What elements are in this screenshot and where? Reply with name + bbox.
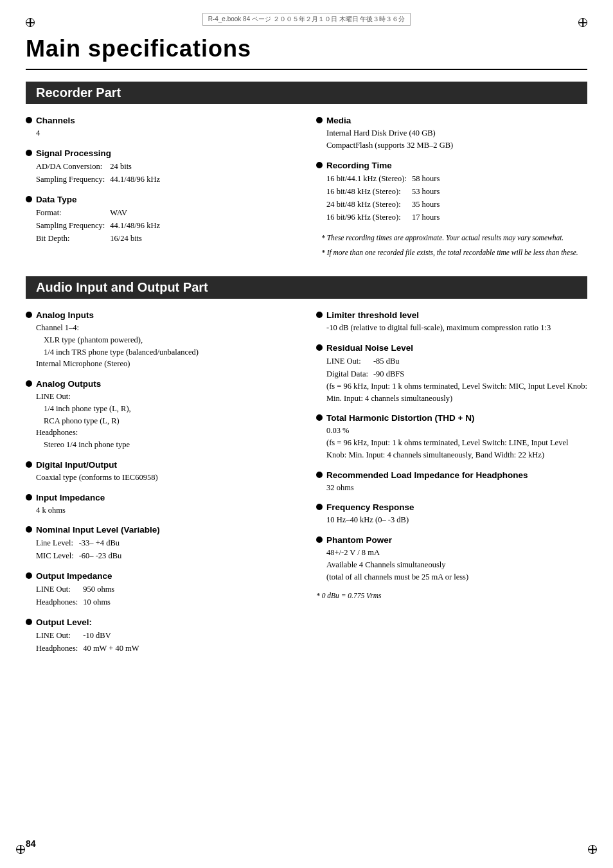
input-impedance-title: Input Impedance <box>26 493 297 502</box>
thd-title: Total Harmonic Distortion (THD + N) <box>316 413 587 423</box>
recording-time-table: 16 bit/44.1 kHz (Stereo):58 hours16 bit/… <box>326 172 587 224</box>
analog-outputs-item: Analog Outputs LINE Out: 1/4 inch phone … <box>26 379 297 451</box>
phantom-power-bullet <box>316 536 323 543</box>
residual-noise-bullet <box>316 344 323 351</box>
media-body: Internal Hard Disk Drive (40 GB) Compact… <box>316 127 587 152</box>
signal-processing-body: AD/DA Conversion: 24 bits Sampling Frequ… <box>26 160 297 186</box>
frequency-response-bullet <box>316 504 323 510</box>
limiter-threshold-title: Limiter threshold level <box>316 310 587 320</box>
recommended-load-item: Recommended Load Impedance for Headphone… <box>316 470 587 494</box>
input-impedance-item: Input Impedance 4 k ohms <box>26 493 297 517</box>
signal-processing-bullet <box>26 150 32 156</box>
signal-processing-table: AD/DA Conversion: 24 bits Sampling Frequ… <box>36 160 297 186</box>
residual-noise-title: Residual Noise Level <box>316 343 587 353</box>
digital-io-bullet <box>26 461 32 468</box>
data-type-bullet <box>26 196 32 202</box>
recorder-left-col: Channels 4 Signal Processing AD/DA Conve… <box>26 116 297 262</box>
recording-time-item: Recording Time 16 bit/44.1 kHz (Stereo):… <box>316 161 587 224</box>
recording-time-label: 16 bit/44.1 kHz (Stereo): <box>326 172 407 185</box>
recommended-load-bullet <box>316 472 323 478</box>
audio-two-col: Analog Inputs Channel 1–4: XLR type (pha… <box>26 310 587 664</box>
recording-time-label: 24 bit/48 kHz (Stereo): <box>326 198 407 211</box>
output-impedance-title: Output Impedance <box>26 571 297 581</box>
recording-time-label: 16 bit/48 kHz (Stereo): <box>326 185 407 198</box>
analog-outputs-bullet <box>26 380 32 387</box>
residual-noise-body: LINE Out: -85 dBu Digital Data: -90 dBFS… <box>316 355 587 405</box>
phantom-power-item: Phantom Power 48+/-2 V / 8 mA Available … <box>316 535 587 583</box>
phantom-power-title: Phantom Power <box>316 535 587 545</box>
input-impedance-body: 4 k ohms <box>26 504 297 517</box>
media-title: Media <box>316 116 587 125</box>
recording-time-value: 58 hours <box>412 172 587 185</box>
recorder-section: Recorder Part Channels 4 <box>26 82 587 262</box>
title-divider <box>26 69 587 70</box>
thd-item: Total Harmonic Distortion (THD + N) 0.03… <box>316 413 587 461</box>
recording-time-label: 16 bit/96 kHz (Stereo): <box>326 211 407 224</box>
frequency-response-title: Frequency Response <box>316 502 587 512</box>
audio-section-header: Audio Input and Output Part <box>26 276 587 299</box>
output-level-item: Output Level: LINE Out: -10 dBV Headphon… <box>26 617 297 655</box>
output-level-body: LINE Out: -10 dBV Headphones: 40 mW + 40… <box>26 629 297 655</box>
signal-processing-title: Signal Processing <box>26 148 297 158</box>
signal-processing-item: Signal Processing AD/DA Conversion: 24 b… <box>26 148 297 186</box>
digital-io-item: Digital Input/Output Coaxial type (confo… <box>26 460 297 484</box>
recording-time-body: 16 bit/44.1 kHz (Stereo):58 hours16 bit/… <box>316 172 587 224</box>
output-impedance-body: LINE Out: 950 ohms Headphones: 10 ohms <box>26 583 297 608</box>
recording-time-bullet <box>316 162 323 168</box>
analog-inputs-body: Channel 1–4: XLR type (phantom powered),… <box>26 322 297 370</box>
top-right-reg-mark <box>578 18 587 27</box>
main-title: Main specifications <box>26 35 587 62</box>
frequency-response-body: 10 Hz–40 kHz (0– -3 dB) <box>316 514 587 526</box>
data-type-item: Data Type Format: WAV Sampling Frequency… <box>26 195 297 245</box>
recorder-two-col: Channels 4 Signal Processing AD/DA Conve… <box>26 116 587 262</box>
analog-outputs-title: Analog Outputs <box>26 379 297 389</box>
digital-io-title: Digital Input/Output <box>26 460 297 470</box>
channels-title: Channels <box>26 116 297 125</box>
output-level-title: Output Level: <box>26 617 297 627</box>
analog-outputs-body: LINE Out: 1/4 inch phone type (L, R), RC… <box>26 391 297 451</box>
recording-time-title: Recording Time <box>316 161 587 170</box>
nominal-input-level-bullet <box>26 526 32 533</box>
output-impedance-table: LINE Out: 950 ohms Headphones: 10 ohms <box>36 583 297 608</box>
recommended-load-title: Recommended Load Impedance for Headphone… <box>316 470 587 480</box>
media-bullet <box>316 117 323 123</box>
output-level-bullet <box>26 619 32 625</box>
recording-time-value: 53 hours <box>412 185 587 198</box>
output-level-table: LINE Out: -10 dBV Headphones: 40 mW + 40… <box>36 629 297 655</box>
analog-inputs-item: Analog Inputs Channel 1–4: XLR type (pha… <box>26 310 297 370</box>
audio-section: Audio Input and Output Part Analog Input… <box>26 276 587 664</box>
channels-bullet <box>26 117 32 123</box>
phantom-power-body: 48+/-2 V / 8 mA Available 4 Channels sim… <box>316 547 587 583</box>
recorder-section-header: Recorder Part <box>26 82 587 104</box>
analog-inputs-bullet <box>26 312 32 318</box>
nominal-input-level-item: Nominal Input Level (Variable) Line Leve… <box>26 525 297 562</box>
recording-time-value: 35 hours <box>412 198 587 211</box>
media-item: Media Internal Hard Disk Drive (40 GB) C… <box>316 116 587 152</box>
nominal-input-level-table: Line Level: -33– +4 dBu MIC Level: -60– … <box>36 536 297 562</box>
bottom-left-reg-mark <box>16 845 25 854</box>
channels-item: Channels 4 <box>26 116 297 139</box>
file-info: R-4_e.book 84 ページ ２００５年２月１０日 木曜日 午後３時３６分 <box>202 13 411 26</box>
nominal-input-level-body: Line Level: -33– +4 dBu MIC Level: -60– … <box>26 536 297 562</box>
nominal-input-level-title: Nominal Input Level (Variable) <box>26 525 297 535</box>
limiter-threshold-body: -10 dB (relative to digital full-scale),… <box>316 322 587 334</box>
limiter-threshold-bullet <box>316 312 323 318</box>
output-impedance-item: Output Impedance LINE Out: 950 ohms Head… <box>26 571 297 608</box>
recording-time-value: 17 hours <box>412 211 587 224</box>
bottom-corners <box>0 845 613 854</box>
audio-right-col: Limiter threshold level -10 dB (relative… <box>316 310 587 664</box>
recommended-load-body: 32 ohms <box>316 482 587 494</box>
digital-io-body: Coaxial type (conforms to IEC60958) <box>26 472 297 484</box>
residual-noise-item: Residual Noise Level LINE Out: -85 dBu D… <box>316 343 587 405</box>
data-type-body: Format: WAV Sampling Frequency: 44.1/48/… <box>26 206 297 245</box>
output-impedance-bullet <box>26 572 32 579</box>
recording-note2: * If more than one recorded file exists,… <box>316 247 587 258</box>
thd-body: 0.03 % (fs = 96 kHz, Input: 1 k ohms ter… <box>316 425 587 461</box>
frequency-response-item: Frequency Response 10 Hz–40 kHz (0– -3 d… <box>316 502 587 526</box>
limiter-threshold-item: Limiter threshold level -10 dB (relative… <box>316 310 587 334</box>
input-impedance-bullet <box>26 494 32 500</box>
audio-left-col: Analog Inputs Channel 1–4: XLR type (pha… <box>26 310 297 664</box>
thd-bullet <box>316 414 323 421</box>
data-type-title: Data Type <box>26 195 297 204</box>
analog-inputs-title: Analog Inputs <box>26 310 297 320</box>
